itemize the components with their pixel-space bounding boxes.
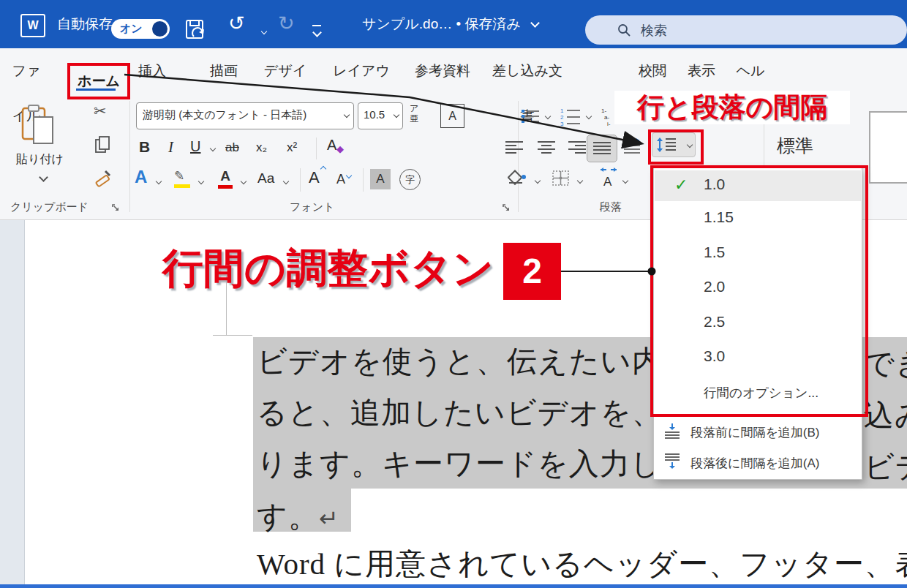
menu-item-add-space-before[interactable]: 段落前に間隔を追加(B) (690, 424, 819, 441)
justify-button-selected[interactable] (587, 135, 617, 162)
asian-layout-icon[interactable]: A (597, 167, 620, 187)
paragraph-group-label: 段落 (600, 200, 622, 214)
font-name-chevron-icon[interactable] (344, 112, 350, 118)
text-boundary-mark (213, 335, 252, 336)
font-name-value: 游明朝 (本文のフォント - 日本語) (143, 108, 339, 122)
add-space-before-icon (663, 423, 682, 439)
justify-icon (592, 141, 611, 156)
change-case-button[interactable]: Aa (257, 170, 274, 186)
document-title[interactable]: サンプル.do… • 保存済み (362, 0, 538, 48)
format-painter-icon[interactable] (94, 168, 113, 187)
tab-file[interactable]: ファイル (6, 48, 47, 94)
ruby-icon[interactable]: ア 亜 (410, 103, 418, 124)
tab-insert[interactable]: 挿入 (133, 48, 171, 94)
tab-review[interactable]: 校閲 (634, 48, 671, 94)
paste-clipboard-icon[interactable] (20, 104, 56, 148)
tab-home[interactable]: ホーム (70, 66, 127, 97)
font-color-bar (218, 185, 233, 189)
callout-line-spacing-button: 行間の調整ボタン (162, 241, 494, 297)
svg-text:1-: 1- (601, 108, 606, 114)
active-tab-underline (76, 88, 116, 91)
svg-text:A: A (603, 175, 612, 187)
clipboard-group-label: クリップボード (10, 200, 89, 214)
paste-button[interactable]: 貼り付け (16, 152, 64, 167)
tab-references[interactable]: 参考資料 (413, 48, 472, 94)
bullets-icon[interactable] (521, 108, 540, 124)
doc-line-3: ります。キーワードを入力して (257, 444, 693, 484)
font-dialog-launcher-icon[interactable] (502, 203, 511, 213)
autosave-toggle[interactable]: オン (111, 19, 170, 39)
copy-icon[interactable] (95, 136, 111, 154)
svg-text:3: 3 (560, 121, 564, 126)
autosave-state: オン (120, 22, 143, 36)
tab-home-highlight-box: ホーム (67, 63, 130, 99)
step-number-badge: 2 (503, 243, 561, 300)
style-preview-card[interactable] (869, 111, 907, 184)
search-input[interactable]: 検索 (585, 15, 907, 45)
add-space-after-icon (663, 453, 682, 470)
word-window: W 自動保存 オン ↺ ↻ サンプル.do… • 保存済み 検索 ファイル ホー… (0, 0, 907, 588)
doc-line-2-fragment: 込み (864, 396, 907, 436)
distribute-icon[interactable] (622, 137, 642, 157)
shrink-font-button[interactable]: A (336, 172, 345, 187)
autosave-label: 自動保存 (57, 0, 113, 48)
align-center-icon[interactable] (537, 140, 556, 155)
font-name-combo[interactable]: 游明朝 (本文のフォント - 日本語) (136, 102, 354, 129)
screenshot-frame-border (0, 584, 907, 588)
superscript-button[interactable]: x² (287, 140, 297, 155)
numbering-icon[interactable]: 123 (560, 107, 581, 126)
subscript-button[interactable]: x₂ (256, 140, 267, 155)
toggle-knob (152, 21, 168, 37)
svg-text:1: 1 (560, 108, 564, 114)
menu-item-add-space-after[interactable]: 段落後に間隔を追加(A) (690, 455, 819, 472)
mini-separator (300, 168, 301, 192)
group-separator (129, 101, 130, 212)
doc-line-4: す。↵ (257, 497, 339, 537)
tab-help[interactable]: ヘルプ (731, 48, 769, 94)
undo-icon[interactable]: ↺ (228, 9, 245, 38)
tab-design[interactable]: デザイン (260, 48, 311, 94)
grow-font-button[interactable]: A (309, 168, 320, 187)
align-right-icon[interactable] (568, 140, 587, 155)
paragraph-return-mark: ↵ (319, 505, 339, 532)
bold-button[interactable]: B (139, 138, 150, 156)
italic-button[interactable]: I (168, 138, 173, 157)
font-size-combo[interactable]: 10.5 (358, 102, 403, 129)
mini-separator (316, 137, 317, 159)
underline-button[interactable]: U (190, 138, 200, 155)
callout-line-paragraph-spacing: 行と段落の間隔 (614, 91, 850, 124)
tab-draw[interactable]: 描画 (205, 48, 243, 94)
word-logo-icon[interactable]: W (20, 14, 45, 37)
clear-formatting-button[interactable]: A ◆ (327, 137, 336, 154)
character-shading-button[interactable]: A (370, 169, 391, 189)
style-normal[interactable]: 標準 (777, 134, 813, 158)
document-left-margin (0, 220, 25, 584)
highlight-color-button[interactable]: ✎ (174, 168, 190, 188)
character-border-icon[interactable]: A (440, 104, 464, 128)
tab-view[interactable]: 表示 (685, 48, 718, 94)
tab-mailings[interactable]: 差し込み文書 (486, 48, 568, 94)
text-effects-button[interactable]: A (135, 167, 147, 187)
svg-text:i-: i- (607, 121, 611, 126)
svg-text:a-: a- (604, 114, 609, 121)
strikethrough-button[interactable]: ab (225, 140, 239, 155)
save-icon[interactable] (185, 19, 208, 41)
font-size-value: 10.5 (364, 108, 385, 121)
cut-icon[interactable]: ✂ (94, 102, 107, 120)
qat-line (312, 25, 321, 26)
search-placeholder: 検索 (641, 22, 667, 39)
font-size-chevron-icon[interactable] (394, 112, 399, 118)
font-color-button[interactable]: A (218, 168, 233, 189)
highlighter-pen-icon: ✎ (174, 168, 190, 184)
doc-line-5: Word に用意されているヘッダー、フッター、表紙 (257, 544, 907, 584)
tab-layout[interactable]: レイアウト (329, 48, 394, 94)
enclose-characters-button[interactable]: 字 (399, 169, 421, 190)
align-left-icon[interactable] (505, 140, 524, 155)
search-icon (617, 23, 631, 37)
shading-icon[interactable] (508, 170, 527, 187)
doc-line-2: ると、追加したいビデオを、そ (257, 393, 694, 433)
clipboard-dialog-launcher-icon[interactable] (111, 203, 121, 213)
borders-icon[interactable] (552, 170, 571, 187)
redo-icon: ↻ (278, 9, 295, 38)
menu-highlight-box (650, 165, 868, 417)
